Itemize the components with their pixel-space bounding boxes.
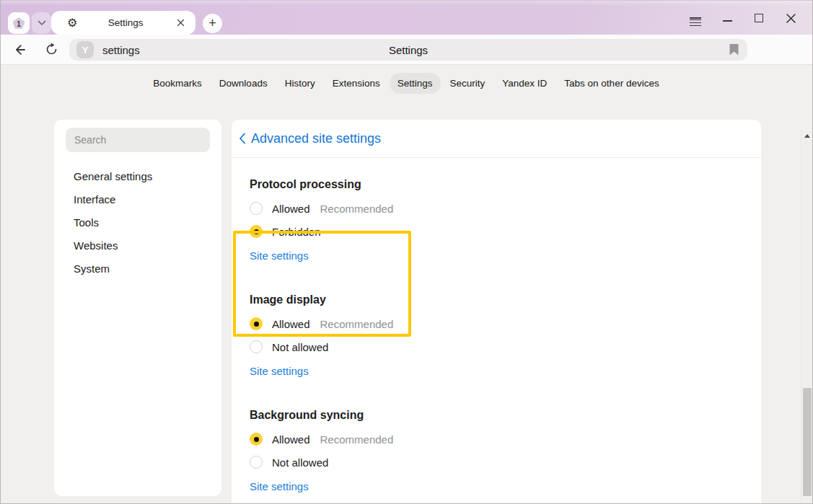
refresh-button[interactable] xyxy=(38,37,64,62)
browser-toolbar: Y settings Settings xyxy=(1,35,812,65)
window-controls xyxy=(680,1,807,35)
section-protocol-processing: Protocol processing Allowed Recommended … xyxy=(250,177,744,266)
radio-label: Forbidden xyxy=(272,226,321,238)
nav-tab-other-devices[interactable]: Tabs on other devices xyxy=(556,73,667,94)
recommended-note: Recommended xyxy=(320,203,394,215)
radio-option-not-allowed[interactable]: Not allowed xyxy=(250,335,744,358)
sidebar-item-tools[interactable]: Tools xyxy=(54,211,221,234)
radio-label: Allowed xyxy=(272,318,310,330)
sidebar-item-general-settings[interactable]: General settings xyxy=(54,164,221,187)
tab-list-chevron-button[interactable] xyxy=(32,12,51,34)
nav-tab-security[interactable]: Security xyxy=(442,73,493,94)
radio-label: Allowed xyxy=(272,433,310,446)
back-chevron-icon xyxy=(239,133,246,144)
tab-close-icon[interactable] xyxy=(174,17,187,30)
radio-option-not-allowed[interactable]: Not allowed xyxy=(250,451,744,474)
radio-unselected-icon[interactable] xyxy=(250,202,263,215)
tab-group-button[interactable]: 1 xyxy=(8,12,30,34)
close-icon xyxy=(786,14,796,23)
nav-tab-bookmarks[interactable]: Bookmarks xyxy=(145,73,210,94)
search-input[interactable] xyxy=(66,128,210,152)
sidebar-item-websites[interactable]: Websites xyxy=(54,234,221,257)
settings-nav-tabs: Bookmarks Downloads History Extensions S… xyxy=(6,65,807,101)
recommended-note: Recommended xyxy=(320,433,394,446)
tab-strip: 1 ⚙ Settings + xyxy=(1,0,812,35)
advanced-settings-header[interactable]: Advanced site settings xyxy=(232,120,761,158)
tab-title: Settings xyxy=(77,17,174,28)
address-bar[interactable]: Y settings Settings xyxy=(69,39,747,61)
browser-window: 1 ⚙ Settings + xyxy=(0,0,813,504)
nav-tab-history[interactable]: History xyxy=(277,73,323,94)
radio-label: Allowed xyxy=(272,203,310,215)
tab-group-badge: 1 xyxy=(13,17,25,29)
section-title: Protocol processing xyxy=(250,177,744,193)
radio-label: Not allowed xyxy=(272,456,328,469)
page-title: Settings xyxy=(69,44,747,56)
radio-selected-icon[interactable] xyxy=(250,317,263,330)
section-title: Background syncing xyxy=(250,407,744,423)
section-title: Image display xyxy=(250,292,744,308)
nav-tab-yandex-id[interactable]: Yandex ID xyxy=(494,73,555,94)
refresh-icon xyxy=(45,43,58,56)
browser-tab-settings[interactable]: ⚙ Settings xyxy=(51,11,195,35)
sidebar-item-system[interactable]: System xyxy=(54,257,221,280)
radio-label: Not allowed xyxy=(272,341,328,353)
settings-page: Bookmarks Downloads History Extensions S… xyxy=(1,65,813,503)
radio-option-allowed[interactable]: Allowed Recommended xyxy=(250,428,744,451)
radio-unselected-icon[interactable] xyxy=(250,340,263,353)
site-settings-link[interactable]: Site settings xyxy=(250,249,309,262)
nav-tab-downloads[interactable]: Downloads xyxy=(211,73,276,94)
browser-menu-button[interactable] xyxy=(680,4,711,32)
close-button[interactable] xyxy=(775,4,807,32)
section-background-syncing: Background syncing Allowed Recommended N… xyxy=(250,407,744,497)
maximize-button[interactable] xyxy=(743,4,775,32)
chevron-down-icon xyxy=(38,20,46,26)
plus-icon: + xyxy=(208,16,216,31)
settings-sections: Protocol processing Allowed Recommended … xyxy=(232,158,761,497)
radio-option-forbidden[interactable]: Forbidden xyxy=(250,220,744,243)
radio-selected-icon[interactable] xyxy=(250,433,263,446)
gear-icon: ⚙ xyxy=(67,17,77,29)
scrollbar-thumb[interactable] xyxy=(803,388,812,496)
site-settings-link[interactable]: Site settings xyxy=(250,365,309,377)
sidebar-list: General settings Interface Tools Website… xyxy=(54,164,221,280)
radio-unselected-icon[interactable] xyxy=(250,456,263,469)
radio-option-allowed[interactable]: Allowed Recommended xyxy=(250,197,744,220)
sidebar-item-interface[interactable]: Interface xyxy=(54,187,221,211)
radio-selected-icon[interactable] xyxy=(250,225,263,238)
radio-option-allowed[interactable]: Allowed Recommended xyxy=(250,312,744,335)
back-arrow-icon xyxy=(12,43,27,57)
scrollbar-up-icon[interactable] xyxy=(804,134,810,138)
new-tab-button[interactable]: + xyxy=(203,14,222,33)
page-scrollbar[interactable] xyxy=(801,130,813,504)
nav-tab-settings[interactable]: Settings xyxy=(390,73,441,94)
page-section-title: Advanced site settings xyxy=(251,131,381,146)
site-settings-link[interactable]: Site settings xyxy=(250,480,309,492)
settings-sidebar: General settings Interface Tools Website… xyxy=(54,120,221,496)
recommended-note: Recommended xyxy=(320,318,394,330)
minimize-button[interactable] xyxy=(711,4,743,32)
bookmark-icon[interactable] xyxy=(729,44,739,56)
settings-main-panel: Advanced site settings Protocol processi… xyxy=(232,120,761,503)
nav-tab-extensions[interactable]: Extensions xyxy=(325,73,388,94)
section-image-display: Image display Allowed Recommended Not al… xyxy=(250,292,744,381)
back-button[interactable] xyxy=(6,37,32,62)
